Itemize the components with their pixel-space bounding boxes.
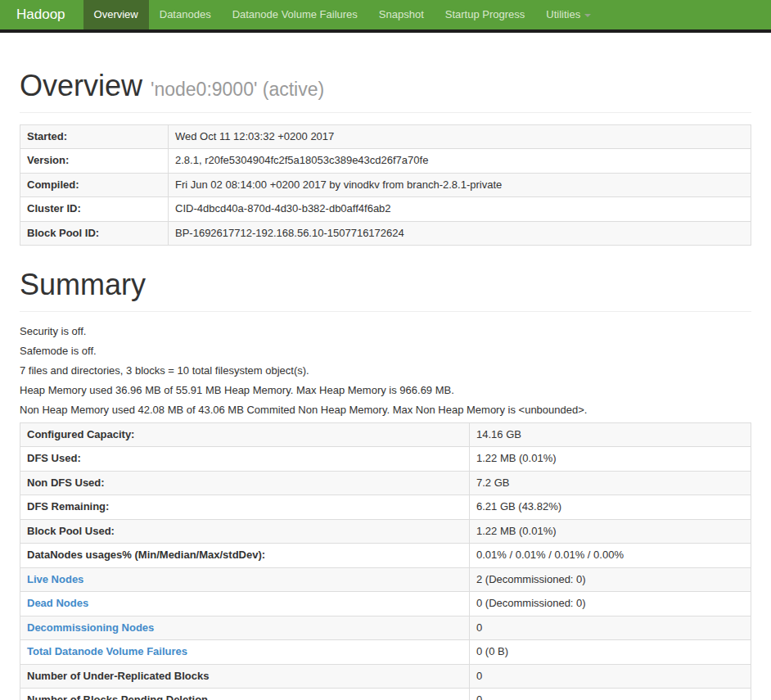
summary-status-line: 7 files and directories, 3 blocks = 10 t… (20, 363, 751, 378)
table-row-started: Started:Wed Oct 11 12:03:32 +0200 2017 (20, 124, 751, 149)
table-row-block-pool-id: Block Pool ID:BP-1692617712-192.168.56.1… (20, 221, 751, 246)
row-value-compiled: Fri Jun 02 08:14:00 +0200 2017 by vinodk… (169, 173, 751, 197)
row-label-cluster-id: Cluster ID: (20, 197, 169, 222)
row-value-cluster-id: CID-4dbcd40a-870d-4d30-b382-db0aff4f6ab2 (169, 197, 751, 222)
row-label-block-pool-id: Block Pool ID: (20, 221, 169, 246)
namenode-info-table: Started:Wed Oct 11 12:03:32 +0200 2017Ve… (20, 124, 751, 246)
row-label-dead-nodes: Dead Nodes (20, 592, 470, 616)
namenode-info-table-body: Started:Wed Oct 11 12:03:32 +0200 2017Ve… (20, 124, 751, 246)
live-nodes-link[interactable]: Live Nodes (27, 573, 83, 585)
navbar: Hadoop OverviewDatanodesDatanode Volume … (0, 0, 771, 29)
row-value-configured-capacity: 14.16 GB (470, 422, 751, 447)
nav-link-utilities[interactable]: Utilities (535, 0, 602, 29)
summary-status-lines: Security is off.Safemode is off.7 files … (20, 323, 751, 418)
navbar-menu: OverviewDatanodesDatanode Volume Failure… (83, 0, 602, 29)
summary-status-line: Non Heap Memory used 42.08 MB of 43.06 M… (20, 402, 751, 418)
row-value-block-pool-used: 1.22 MB (0.01%) (470, 519, 751, 544)
nav-link-datanode-volume-failures[interactable]: Datanode Volume Failures (222, 0, 368, 29)
row-value-non-dfs-used: 7.2 GB (470, 471, 751, 495)
table-row-non-dfs-used: Non DFS Used:7.2 GB (20, 471, 751, 495)
nav-link-startup-progress[interactable]: Startup Progress (435, 0, 536, 29)
row-label-decommissioning-nodes: Decommissioning Nodes (20, 616, 470, 640)
divider (20, 311, 751, 312)
row-label-compiled: Compiled: (20, 173, 169, 197)
row-label-block-pool-used: Block Pool Used: (20, 519, 470, 544)
row-label-number-of-blocks-pending-deletion: Number of Blocks Pending Deletion (20, 689, 470, 700)
row-label-datanodes-usages-min-median-max-stddev: DataNodes usages% (Min/Median/Max/stdDev… (20, 544, 470, 568)
table-row-datanodes-usages-min-median-max-stddev: DataNodes usages% (Min/Median/Max/stdDev… (20, 544, 751, 568)
row-value-dfs-used: 1.22 MB (0.01%) (470, 447, 751, 472)
row-value-decommissioning-nodes: 0 (470, 616, 751, 640)
row-value-live-nodes: 2 (Decommissioned: 0) (470, 567, 751, 592)
table-row-dfs-remaining: DFS Remaining:6.21 GB (43.82%) (20, 495, 751, 520)
navbar-bottom-border (0, 29, 771, 33)
table-row-number-of-blocks-pending-deletion: Number of Blocks Pending Deletion0 (20, 689, 751, 700)
nav-item-datanodes: Datanodes (149, 0, 222, 29)
page-title-text: Overview (20, 69, 142, 102)
row-label-configured-capacity: Configured Capacity: (20, 422, 470, 447)
main-content: Overview 'node0:9000' (active) Started:W… (20, 70, 751, 700)
summary-table: Configured Capacity:14.16 GBDFS Used:1.2… (20, 422, 751, 700)
summary-title: Summary (20, 269, 751, 301)
table-row-version: Version:2.8.1, r20fe5304904fc2f5a18053c3… (20, 149, 751, 174)
table-row-dfs-used: DFS Used:1.22 MB (0.01%) (20, 447, 751, 472)
summary-table-body: Configured Capacity:14.16 GBDFS Used:1.2… (20, 422, 751, 700)
row-value-total-datanode-volume-failures: 0 (0 B) (470, 640, 751, 665)
row-label-started: Started: (20, 124, 169, 149)
table-row-decommissioning-nodes: Decommissioning Nodes0 (20, 616, 751, 640)
brand-link[interactable]: Hadoop (0, 0, 83, 29)
row-value-dead-nodes: 0 (Decommissioned: 0) (470, 592, 751, 616)
nav-link-overview[interactable]: Overview (83, 0, 149, 29)
nav-link-datanodes[interactable]: Datanodes (149, 0, 222, 29)
nav-item-datanode-volume-failures: Datanode Volume Failures (222, 0, 368, 29)
nav-link-snapshot[interactable]: Snapshot (368, 0, 435, 29)
row-label-dfs-remaining: DFS Remaining: (20, 495, 470, 520)
dead-nodes-link[interactable]: Dead Nodes (27, 597, 88, 609)
row-label-number-of-under-replicated-blocks: Number of Under-Replicated Blocks (20, 664, 470, 689)
row-label-live-nodes: Live Nodes (20, 567, 470, 592)
nav-item-utilities: Utilities (535, 0, 602, 29)
table-row-cluster-id: Cluster ID:CID-4dbcd40a-870d-4d30-b382-d… (20, 197, 751, 222)
nav-item-snapshot: Snapshot (368, 0, 435, 29)
row-label-version: Version: (20, 149, 169, 174)
row-value-datanodes-usages-min-median-max-stddev: 0.01% / 0.01% / 0.01% / 0.00% (470, 544, 751, 568)
page-title: Overview 'node0:9000' (active) (20, 70, 751, 102)
row-value-version: 2.8.1, r20fe5304904fc2f5a18053c389e43cd2… (169, 149, 751, 174)
row-value-dfs-remaining: 6.21 GB (43.82%) (470, 495, 751, 520)
nav-item-startup-progress: Startup Progress (435, 0, 536, 29)
row-value-number-of-blocks-pending-deletion: 0 (470, 689, 751, 700)
chevron-down-icon (584, 14, 591, 17)
namenode-address-label: 'node0:9000' (active) (151, 79, 324, 100)
row-value-number-of-under-replicated-blocks: 0 (470, 664, 751, 689)
table-row-live-nodes: Live Nodes2 (Decommissioned: 0) (20, 567, 751, 592)
total-datanode-volume-failures-link[interactable]: Total Datanode Volume Failures (27, 645, 187, 657)
table-row-total-datanode-volume-failures: Total Datanode Volume Failures0 (0 B) (20, 640, 751, 665)
row-value-started: Wed Oct 11 12:03:32 +0200 2017 (169, 124, 751, 149)
divider (20, 112, 751, 113)
table-row-dead-nodes: Dead Nodes0 (Decommissioned: 0) (20, 592, 751, 616)
row-label-non-dfs-used: Non DFS Used: (20, 471, 470, 495)
table-row-compiled: Compiled:Fri Jun 02 08:14:00 +0200 2017 … (20, 173, 751, 197)
nav-item-overview: Overview (83, 0, 149, 29)
summary-status-line: Heap Memory used 36.96 MB of 55.91 MB He… (20, 382, 751, 398)
summary-status-line: Security is off. (20, 323, 751, 339)
row-label-total-datanode-volume-failures: Total Datanode Volume Failures (20, 640, 470, 665)
table-row-configured-capacity: Configured Capacity:14.16 GB (20, 422, 751, 447)
row-label-dfs-used: DFS Used: (20, 447, 470, 472)
decommissioning-nodes-link[interactable]: Decommissioning Nodes (27, 621, 154, 634)
table-row-number-of-under-replicated-blocks: Number of Under-Replicated Blocks0 (20, 664, 751, 689)
table-row-block-pool-used: Block Pool Used:1.22 MB (0.01%) (20, 519, 751, 544)
summary-status-line: Safemode is off. (20, 343, 751, 359)
row-value-block-pool-id: BP-1692617712-192.168.56.10-150771617262… (169, 221, 751, 246)
